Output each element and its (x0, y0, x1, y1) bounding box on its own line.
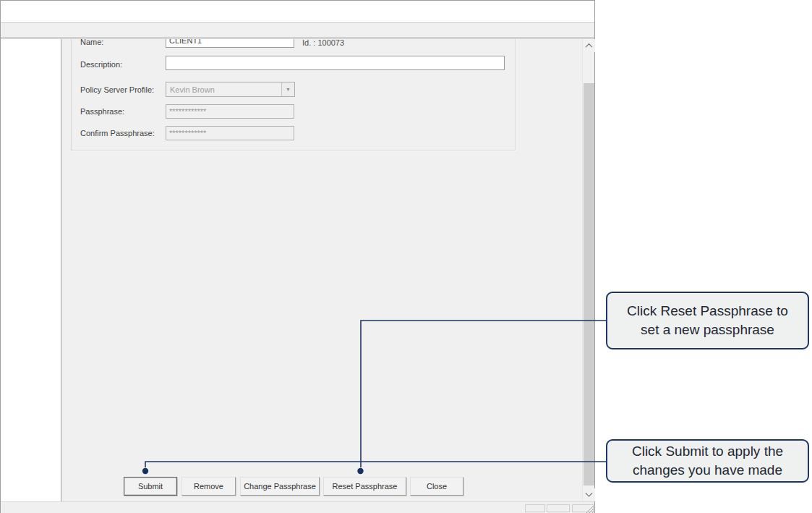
remove-button[interactable]: Remove (181, 477, 236, 496)
chevron-down-icon (586, 489, 593, 496)
chevron-up-icon (586, 43, 593, 50)
callout-text-line: Click Submit to apply the (632, 442, 783, 461)
scrollbar-thumb[interactable] (584, 83, 594, 486)
status-pane (525, 504, 545, 512)
scroll-down-button[interactable] (583, 488, 595, 501)
scroll-up-button[interactable] (583, 39, 595, 52)
policy-server-profile-value: Kevin Brown (170, 85, 215, 94)
status-pane (547, 504, 570, 512)
callout-text-line: Click Reset Passphrase to (627, 302, 788, 321)
reset-passphrase-callout: Click Reset Passphrase to set a new pass… (606, 292, 809, 349)
description-input[interactable] (166, 56, 505, 70)
window-body: Name: Id. : 100073 Description: Policy S… (1, 39, 594, 501)
main-panel: Name: Id. : 100073 Description: Policy S… (62, 39, 581, 501)
confirm-passphrase-input (166, 126, 294, 140)
callout-text-line: changes you have made (633, 461, 782, 480)
status-bar (1, 501, 594, 513)
app-window: Name: Id. : 100073 Description: Policy S… (0, 0, 595, 513)
passphrase-input (166, 104, 294, 119)
callout-text-line: set a new passphrase (641, 321, 774, 339)
dropdown-arrow-icon: ▼ (281, 82, 294, 96)
close-button[interactable]: Close (410, 477, 463, 496)
confirm-passphrase-label: Confirm Passphrase: (80, 129, 155, 137)
policy-server-profile-label: Policy Server Profile: (80, 85, 154, 94)
screen: Name: Id. : 100073 Description: Policy S… (0, 0, 812, 513)
left-panel (1, 39, 61, 501)
window-titlebar (1, 1, 594, 23)
window-toolbar (1, 24, 594, 38)
resize-grip[interactable] (585, 504, 594, 513)
vertical-scrollbar[interactable] (582, 39, 594, 501)
change-passphrase-button[interactable]: Change Passphrase (240, 477, 320, 496)
policy-server-profile-select: Kevin Brown ▼ (166, 82, 295, 97)
reset-passphrase-button[interactable]: Reset Passphrase (323, 477, 406, 496)
name-input[interactable] (166, 39, 294, 48)
name-label: Name: (80, 39, 103, 46)
client-id-text: Id. : 100073 (302, 39, 344, 47)
passphrase-label: Passphrase: (80, 107, 124, 116)
description-label: Description: (80, 60, 122, 69)
submit-button[interactable]: Submit (124, 477, 177, 496)
submit-callout: Click Submit to apply the changes you ha… (606, 439, 809, 483)
